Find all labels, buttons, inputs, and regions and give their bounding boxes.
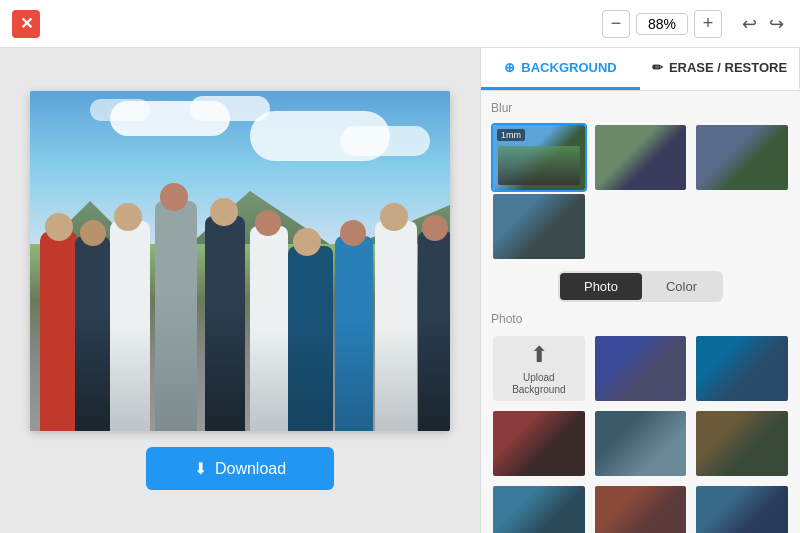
tab-background-label: BACKGROUND: [521, 60, 616, 75]
photo-thumb-5[interactable]: [593, 334, 689, 403]
zoom-decrease-button[interactable]: −: [602, 10, 630, 38]
photo-thumbnails-row2: [491, 409, 790, 478]
zoom-controls: − +: [602, 10, 722, 38]
panel-tabs: ⊕ BACKGROUND ✏ ERASE / RESTORE: [481, 48, 800, 91]
blur-section-label: Blur: [491, 101, 790, 115]
panel-content: Blur 1mm: [481, 91, 800, 533]
upload-thumb-area: ⬆ UploadBackground: [493, 336, 585, 401]
background-icon: ⊕: [504, 60, 515, 75]
blur-thumb-4-img: [493, 194, 585, 259]
zoom-increase-button[interactable]: +: [694, 10, 722, 38]
image-preview: [30, 91, 450, 431]
photo-thumb-6[interactable]: [694, 334, 790, 403]
tab-background[interactable]: ⊕ BACKGROUND: [481, 48, 640, 90]
photo-thumb-5-img: [595, 336, 687, 401]
upload-icon: ⬆: [530, 342, 548, 368]
photo-section-label: Photo: [491, 312, 790, 326]
download-label: Download: [215, 460, 286, 478]
photo-thumb-6-img: [696, 336, 788, 401]
photo-thumb-7-img: [493, 411, 585, 476]
photo-thumb-8[interactable]: [593, 409, 689, 478]
tab-erase-label: ERASE / RESTORE: [669, 60, 787, 75]
photo-thumbnails-row1: ⬆ UploadBackground: [491, 334, 790, 403]
blur-thumb-4[interactable]: [491, 192, 587, 261]
cloud-5: [90, 99, 150, 121]
history-buttons: ↩ ↪: [738, 9, 788, 39]
blur-thumb-1[interactable]: 1mm: [491, 123, 587, 192]
photo-thumbnails-row3: [491, 484, 790, 533]
blur-thumb-1-overlay: 1mm: [497, 129, 525, 141]
blur-thumbnails-row2: [491, 192, 790, 261]
zoom-input[interactable]: [636, 13, 688, 35]
photo-thumb-7[interactable]: [491, 409, 587, 478]
download-icon: ⬇: [194, 459, 207, 478]
toolbar: ✕ − + ↩ ↪: [0, 0, 800, 48]
erase-icon: ✏: [652, 60, 663, 75]
blur-thumb-3-img: [696, 125, 788, 190]
toggle-color-button[interactable]: Color: [642, 273, 721, 300]
undo-button[interactable]: ↩: [738, 9, 761, 39]
canvas-area: ⬇ Download: [0, 48, 480, 533]
cloud-4: [340, 126, 430, 156]
tab-erase-restore[interactable]: ✏ ERASE / RESTORE: [640, 48, 800, 90]
redo-button[interactable]: ↪: [765, 9, 788, 39]
close-button[interactable]: ✕: [12, 10, 40, 38]
upload-bg-label: UploadBackground: [512, 372, 565, 396]
blur-thumb-2[interactable]: [593, 123, 689, 192]
download-area: ⬇ Download: [146, 447, 334, 490]
photo-thumb-9[interactable]: [694, 409, 790, 478]
photo-thumb-10-img: [493, 486, 585, 533]
photo-thumb-11-img: [595, 486, 687, 533]
photo-color-toggle: Photo Color: [558, 271, 723, 302]
photo-thumb-9-img: [696, 411, 788, 476]
upload-background-thumb[interactable]: ⬆ UploadBackground: [491, 334, 587, 403]
right-panel: ⊕ BACKGROUND ✏ ERASE / RESTORE Blur 1mm: [480, 48, 800, 533]
toggle-photo-button[interactable]: Photo: [560, 273, 642, 300]
photo-thumb-8-img: [595, 411, 687, 476]
blur-thumb-3[interactable]: [694, 123, 790, 192]
blur-thumb-2-img: [595, 125, 687, 190]
main-area: ⬇ Download ⊕ BACKGROUND ✏ ERASE / RESTOR…: [0, 48, 800, 533]
blur-thumbnails-row1: 1mm: [491, 123, 790, 192]
photo-thumb-12-img: [696, 486, 788, 533]
photo-thumb-12[interactable]: [694, 484, 790, 533]
photo-thumb-10[interactable]: [491, 484, 587, 533]
people-group: [30, 171, 450, 431]
download-button[interactable]: ⬇ Download: [146, 447, 334, 490]
photo-thumb-11[interactable]: [593, 484, 689, 533]
